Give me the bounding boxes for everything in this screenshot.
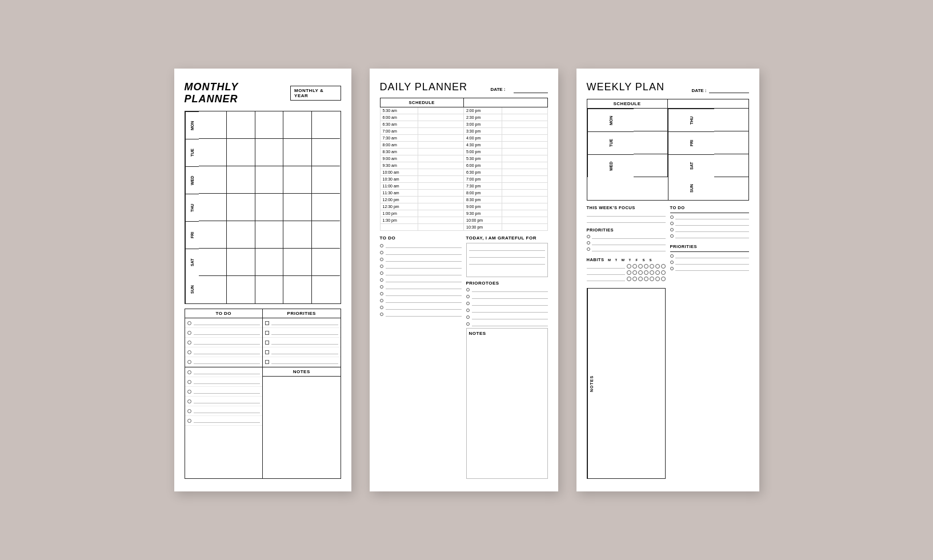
schedule-cell-left <box>418 135 464 142</box>
monthly-priorities-lines <box>263 318 341 367</box>
list-item <box>670 259 749 265</box>
daily-todo-header: TO DO <box>380 235 462 241</box>
habit-circles <box>627 270 666 275</box>
monthly-calendar: MON TUE WED TH <box>185 111 341 304</box>
wsg-day-fri: FRI <box>668 131 714 154</box>
habit-circle <box>638 264 643 269</box>
habit-day-f: F <box>634 258 639 262</box>
circle-icon <box>670 228 674 231</box>
circle-icon <box>380 285 383 289</box>
habit-circle <box>632 264 637 269</box>
cal-cell <box>283 221 312 249</box>
schedule-time-right: 8:30 pm <box>464 197 502 203</box>
cal-cell <box>283 139 312 166</box>
schedule-time-right: 9:00 pm <box>464 203 502 210</box>
schedule-cell-right <box>502 217 547 224</box>
daily-planner-page: DAILY PLANNER DATE : SCHEDULE 5:30 am2:0… <box>370 69 558 491</box>
habit-row <box>587 276 666 281</box>
list-item <box>466 301 548 306</box>
weekly-todo-section: TO DO <box>670 205 749 239</box>
cal-cell <box>227 221 255 249</box>
habit-circle <box>655 270 660 275</box>
circle-icon <box>466 288 470 291</box>
weekly-right-section: TO DO PRIORITIES <box>670 205 749 479</box>
schedule-time-right: 8:00 pm <box>464 190 502 197</box>
circle-icon <box>380 306 383 309</box>
circle-icon <box>380 313 383 316</box>
habit-circle <box>650 264 654 269</box>
monthly-planner-page: MONTHLY PLANNER MONTHLY & YEAR MON TUE <box>174 69 351 491</box>
schedule-time-left: 7:00 am <box>380 128 418 135</box>
list-item <box>670 214 749 219</box>
cal-day-sun: SUN <box>185 276 199 303</box>
weekly-habits-section: HABITS M T W T F S S <box>587 257 666 282</box>
schedule-cell-right <box>502 190 547 197</box>
list-item <box>263 338 341 347</box>
schedule-time-right: 10:00 pm <box>464 217 502 224</box>
cal-cell <box>255 194 284 221</box>
list-item <box>185 397 263 406</box>
schedule-cell-right <box>502 203 547 210</box>
habit-circle <box>632 277 637 281</box>
circle-icon <box>187 380 191 384</box>
schedule-time-right: 5:00 pm <box>464 149 502 155</box>
monthly-todo-header: TO DO <box>185 309 263 318</box>
monthly-notes-content <box>263 377 341 478</box>
daily-notes-header: NOTES <box>469 331 545 336</box>
circle-icon <box>466 309 470 312</box>
list-item <box>670 227 749 232</box>
schedule-time-left: 8:30 am <box>380 149 418 155</box>
habit-day-s: S <box>640 258 646 262</box>
list-item <box>185 406 263 416</box>
daily-notes-box: NOTES <box>466 328 548 479</box>
cal-cell <box>199 221 227 249</box>
daily-date-label: DATE : <box>490 87 505 93</box>
cal-cell <box>199 276 227 303</box>
circle-icon <box>380 258 383 261</box>
cal-cell <box>199 194 227 221</box>
cal-cell <box>312 166 341 194</box>
list-item <box>380 291 462 296</box>
list-item <box>670 266 749 271</box>
schedule-time-right: 6:30 pm <box>464 169 502 176</box>
weekly-left-section: THIS WEEK'S FOCUS PRIORITIES HABITS M <box>587 205 666 479</box>
schedule-cell-left <box>418 162 464 169</box>
schedule-cell-right <box>502 149 547 155</box>
weekly-priorities-label: PRIORITIES <box>587 227 666 233</box>
circle-icon <box>670 234 674 238</box>
monthly-todo-lines <box>185 318 263 367</box>
weekly-notes-content <box>595 289 665 478</box>
habit-day-w: W <box>620 258 626 262</box>
habit-day-s2: S <box>647 258 653 262</box>
circle-icon <box>187 321 191 325</box>
wsg-day-sun: SUN <box>668 177 714 200</box>
list-item <box>185 328 263 338</box>
cal-cell <box>312 139 341 166</box>
schedule-time-right: 6:00 pm <box>464 162 502 169</box>
daily-left-section: TO DO <box>380 235 462 479</box>
wsg-day-wed: WED <box>587 154 634 177</box>
daily-grateful-box <box>466 243 548 277</box>
schedule-cell-left <box>418 107 464 114</box>
list-item <box>670 221 749 226</box>
list-item <box>185 338 263 347</box>
habit-circle <box>661 264 666 269</box>
weekly-focus-label: THIS WEEK'S FOCUS <box>587 205 666 210</box>
schedule-cell-left <box>418 183 464 190</box>
schedule-time-left: 7:30 am <box>380 135 418 142</box>
circle-icon <box>380 251 383 254</box>
schedule-time-left: 11:30 am <box>380 190 418 197</box>
habits-label: HABITS <box>587 257 604 262</box>
weekly-planner-page: WEEKLY PLAN DATE : SCHEDULE MON THU TUE … <box>576 69 759 491</box>
daily-todo-lines <box>380 243 462 318</box>
schedule-time-right: 2:00 pm <box>464 107 502 114</box>
circle-icon <box>466 315 470 319</box>
schedule-time-right: 9:30 pm <box>464 210 502 217</box>
monthly-title: MONTHLY PLANNER <box>185 81 291 105</box>
wsg-day-mon: MON <box>587 109 634 131</box>
habit-day-m: M <box>606 258 612 262</box>
circle-icon <box>187 360 191 364</box>
weekly-date-line <box>709 85 749 93</box>
habit-circle <box>650 270 654 275</box>
list-item <box>466 307 548 313</box>
